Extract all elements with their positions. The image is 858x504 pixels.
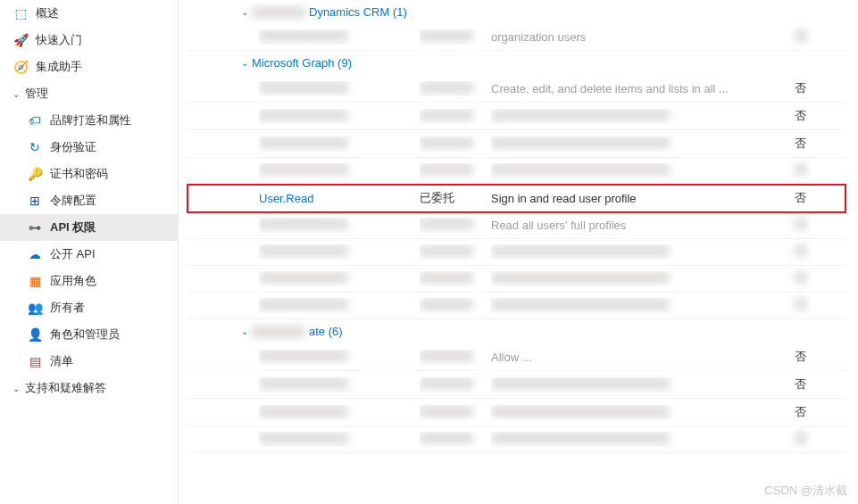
perm-admin: 否 [795, 108, 830, 124]
perm-row[interactable] [187, 266, 846, 293]
perm-admin [795, 244, 830, 260]
sidebar-group-0[interactable]: ⌄管理 [0, 80, 178, 107]
perm-desc [491, 136, 795, 152]
nav-label: 证书和密码 [50, 166, 108, 182]
sidebar-item-0-2[interactable]: 🔑证书和密码 [0, 161, 178, 187]
perm-name [259, 109, 420, 124]
perm-row[interactable] [187, 239, 846, 266]
perm-group-header-2[interactable]: ⌄ate (6) [187, 319, 846, 343]
perm-name [259, 271, 420, 286]
chevron-down-icon: ⌄ [12, 89, 25, 99]
perm-row[interactable]: organization users [187, 24, 846, 51]
perm-row[interactable]: 否 [187, 399, 846, 426]
perm-type [420, 271, 491, 286]
nav-icon: 🔑 [27, 166, 43, 182]
perm-name [259, 405, 420, 420]
perm-desc: Sign in and read user profile [491, 192, 795, 205]
nav-icon: ⊶ [27, 219, 43, 235]
perm-admin: 否 [795, 136, 830, 152]
perm-desc [491, 271, 795, 286]
perm-admin [795, 271, 830, 286]
nav-icon: ↻ [27, 139, 43, 155]
perm-type [420, 29, 491, 45]
sidebar-item-0-3[interactable]: ⊞令牌配置 [0, 187, 178, 214]
perm-name [259, 81, 420, 96]
sidebar-item-0-0[interactable]: 🏷品牌打造和属性 [0, 107, 178, 134]
perm-type [420, 298, 491, 313]
perm-admin [795, 298, 830, 313]
perm-name [259, 350, 420, 365]
perm-admin [795, 218, 830, 233]
perm-row[interactable]: Create, edit, and delete items and lists… [187, 75, 846, 103]
nav-label: 品牌打造和属性 [50, 112, 131, 128]
perm-desc: organization users [491, 30, 795, 44]
perm-row[interactable] [187, 158, 846, 185]
perm-type [420, 405, 491, 420]
nav-icon: ▤ [27, 353, 43, 369]
sidebar: ⬚概述🚀快速入门🧭集成助手 ⌄管理🏷品牌打造和属性↻身份验证🔑证书和密码⊞令牌配… [0, 0, 179, 504]
nav-label: 应用角色 [50, 273, 96, 289]
nav-icon: 🏷 [27, 112, 43, 128]
perm-desc [491, 432, 795, 447]
sidebar-item-0[interactable]: ⬚概述 [0, 0, 178, 27]
perm-row[interactable]: 否 [187, 130, 846, 158]
sidebar-item-0-9[interactable]: ▤清单 [0, 348, 178, 375]
sidebar-item-0-4[interactable]: ⊶API 权限 [0, 214, 178, 241]
group-label: 管理 [25, 86, 48, 102]
perm-name [259, 29, 420, 45]
nav-icon: ☁ [27, 246, 43, 262]
sidebar-item-2[interactable]: 🧭集成助手 [0, 54, 178, 80]
nav-icon: 🚀 [12, 32, 29, 48]
sidebar-item-0-6[interactable]: ▦应用角色 [0, 268, 178, 294]
perm-desc: Create, edit, and delete items and lists… [491, 82, 795, 95]
perm-desc [491, 405, 795, 420]
perm-row[interactable]: 否 [187, 103, 846, 130]
perm-name [259, 244, 420, 260]
group-label: 支持和疑难解答 [25, 380, 106, 396]
perm-type [420, 81, 491, 96]
perm-type [420, 432, 491, 447]
sidebar-item-1[interactable]: 🚀快速入门 [0, 27, 178, 54]
sidebar-item-0-1[interactable]: ↻身份验证 [0, 134, 178, 161]
sidebar-item-0-8[interactable]: 👤角色和管理员 [0, 321, 178, 348]
nav-label: API 权限 [50, 219, 96, 235]
perm-admin: 否 [795, 376, 830, 392]
perm-row[interactable]: Allow ... 否 [187, 343, 846, 371]
perm-name [259, 163, 420, 178]
nav-icon: ⬚ [12, 5, 29, 21]
perm-desc: Allow ... [491, 351, 795, 364]
nav-label: 角色和管理员 [50, 326, 120, 343]
perm-admin [795, 163, 830, 178]
perm-admin: 否 [795, 190, 830, 206]
nav-icon: ⊞ [27, 193, 43, 209]
sidebar-item-0-5[interactable]: ☁公开 API [0, 241, 178, 268]
chevron-down-icon: ⌄ [12, 384, 25, 393]
sidebar-group-1[interactable]: ⌄支持和疑难解答 [0, 375, 178, 401]
perm-desc [491, 163, 795, 178]
perm-row[interactable] [187, 426, 846, 453]
perm-desc [491, 298, 795, 313]
nav-icon: 👥 [27, 300, 43, 316]
chevron-down-icon: ⌄ [241, 58, 248, 68]
perm-row[interactable]: 否 [187, 371, 846, 399]
perm-row[interactable]: User.Read 已委托 Sign in and read user prof… [187, 185, 846, 212]
perm-desc [491, 244, 795, 260]
perm-type [420, 163, 491, 178]
nav-label: 集成助手 [36, 59, 82, 75]
perm-row[interactable] [187, 293, 846, 319]
nav-label: 快速入门 [36, 32, 82, 48]
nav-icon: 🧭 [12, 59, 29, 75]
perm-group-header-0[interactable]: ⌄Dynamics CRM (1) [187, 0, 846, 24]
sidebar-item-0-7[interactable]: 👥所有者 [0, 294, 178, 321]
main-content: ⌄Dynamics CRM (1) organization users ⌄Mi… [179, 0, 858, 504]
nav-label: 令牌配置 [50, 193, 96, 209]
nav-label: 所有者 [50, 300, 85, 316]
perm-admin [795, 432, 830, 447]
perm-row[interactable]: Read all users' full profiles [187, 212, 846, 239]
perm-type [420, 350, 491, 365]
perm-group-header-1[interactable]: ⌄Microsoft Graph (9) [187, 51, 846, 75]
nav-label: 清单 [50, 353, 73, 369]
perm-admin: 否 [795, 404, 830, 420]
perm-type [420, 218, 491, 233]
blurred-text [252, 6, 305, 19]
